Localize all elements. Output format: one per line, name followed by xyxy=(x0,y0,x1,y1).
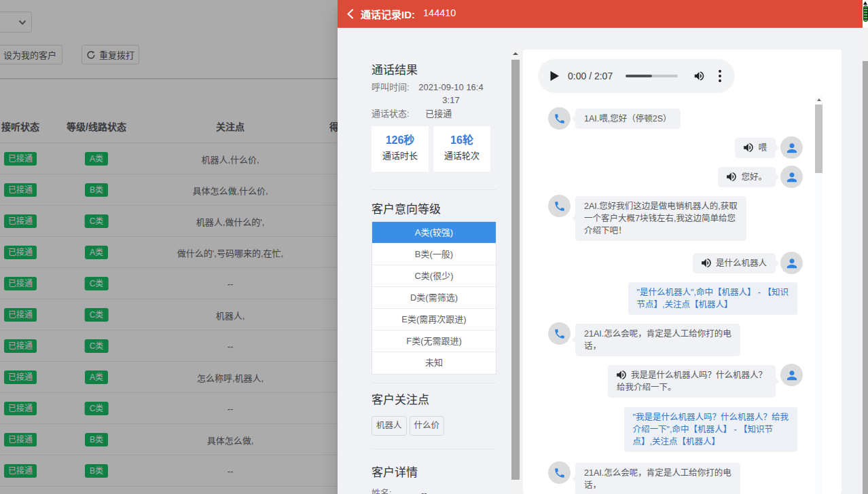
play-icon[interactable] xyxy=(549,71,560,81)
call-status-value: 已接通 xyxy=(425,109,452,119)
name-value: -- xyxy=(421,487,427,494)
message-list: 1AI.喂,您好（停顿2S） 喂 您好。 2AI.您好我们这边是做电销机器人的,… xyxy=(537,95,815,494)
section-title-intent-grade: 客户意向等级 xyxy=(372,202,496,218)
message-bubble: 喂 xyxy=(735,138,776,158)
intent-grade-option[interactable]: D类(需筛选) xyxy=(372,287,496,309)
call-result-panel: 通话结果 呼叫时间: 2021-09-10 16:43:17 通话状态: 已接通… xyxy=(372,48,496,494)
hit-info-message: "是什么机器人",命中【机器人】 - 【知识节点】,关注点【机器人】 xyxy=(548,282,803,315)
focus-tag: 机器人 xyxy=(372,416,407,436)
user-message: 您好。 xyxy=(548,167,803,187)
scrollbar-thumb[interactable] xyxy=(511,60,520,480)
stat-cards: 126秒 通话时长 16轮 通话轮次 xyxy=(372,126,496,172)
message-text: 我是是什么机器人吗？什么机器人？给我介绍一下。 xyxy=(617,370,767,392)
message-list-scrollbar[interactable] xyxy=(815,95,822,494)
volume-icon[interactable] xyxy=(693,70,706,82)
scrollbar-thumb[interactable] xyxy=(815,104,822,173)
ai-message: 21AI.怎么会呢，肯定是人工给你打的电话， xyxy=(548,463,803,494)
drawer-body: 通话结果 呼叫时间: 2021-09-10 16:43:17 通话状态: 已接通… xyxy=(338,28,863,494)
drawer-header: 通话记录ID: 144410 xyxy=(338,0,863,28)
section-title-call-result: 通话结果 xyxy=(372,62,496,79)
user-message: 我是是什么机器人吗？什么机器人？给我介绍一下。 xyxy=(548,365,803,398)
customer-name-row: 姓名: -- xyxy=(372,487,496,494)
stat-card-duration: 126秒 通话时长 xyxy=(372,126,429,172)
person-icon xyxy=(785,368,799,382)
user-avatar xyxy=(780,166,803,188)
ai-avatar xyxy=(548,195,571,217)
focus-tag: 什么价 xyxy=(410,416,445,436)
focus-tags: 机器人什么价 xyxy=(372,416,496,436)
ai-message: 2AI.您好我们这边是做电销机器人的,获取一个客户大概7块钱左右,我这边简单给您… xyxy=(548,196,803,241)
message-text: 您好。 xyxy=(741,172,767,182)
divider xyxy=(372,449,496,449)
ai-avatar xyxy=(548,461,571,484)
call-status-label: 通话状态: xyxy=(372,109,410,119)
intent-grade-option[interactable]: C类(很少) xyxy=(372,265,496,287)
hit-info-text: "我是是什么机器人吗？什么机器人？给我介绍一下",命中【机器人】 - 【知识节点… xyxy=(624,407,797,452)
intent-grade-option[interactable]: F类(无需跟进) xyxy=(372,330,496,352)
ai-avatar xyxy=(548,322,571,345)
scroll-up-arrow-icon[interactable] xyxy=(815,95,822,104)
record-id: 144410 xyxy=(423,7,456,18)
user-avatar xyxy=(780,364,803,386)
speaker-icon[interactable] xyxy=(744,143,754,152)
scroll-up-arrow-icon[interactable] xyxy=(863,1,868,5)
message-text: 是什么机器人 xyxy=(716,259,767,268)
player-time: 0:00 / 2:07 xyxy=(568,59,613,93)
drawer-title: 通话记录ID: xyxy=(361,7,415,21)
duration-label: 通话时长 xyxy=(372,149,429,162)
user-avatar xyxy=(780,136,803,159)
page-scrollbar-thumb[interactable] xyxy=(863,5,868,22)
section-title-focus-points: 客户关注点 xyxy=(372,392,496,408)
message-bubble: 2AI.您好我们这边是做电销机器人的,获取一个客户大概7块钱左右,我这边简单给您… xyxy=(575,196,746,241)
conversation-panel: 0:00 / 2:07 1AI.喂,您好（停顿2S） 喂 您好。 2AI.您好我… xyxy=(523,50,842,494)
audio-player: 0:00 / 2:07 xyxy=(538,59,735,93)
call-time-value: 2021-09-10 16:43:17 xyxy=(414,81,488,107)
intent-grade-option[interactable]: A类(较强) xyxy=(372,222,496,244)
hit-info-message: "我是是什么机器人吗？什么机器人？给我介绍一下",命中【机器人】 - 【知识节点… xyxy=(548,407,803,452)
phone-icon xyxy=(554,200,566,212)
page-scrollbar[interactable] xyxy=(863,0,868,494)
back-icon[interactable] xyxy=(346,9,355,19)
message-text: 喂 xyxy=(758,143,767,153)
player-menu-icon[interactable] xyxy=(713,69,727,83)
divider xyxy=(372,383,496,383)
person-icon xyxy=(785,170,799,184)
scroll-up-arrow-icon[interactable] xyxy=(511,48,520,59)
ai-avatar xyxy=(548,107,571,130)
intent-grade-option[interactable]: 未知 xyxy=(372,352,496,374)
intent-grade-option[interactable]: E类(需再次跟进) xyxy=(372,309,496,330)
rounds-value: 16轮 xyxy=(433,133,490,148)
intent-grade-list: A类(较强)B类(一般)C类(很少)D类(需筛选)E类(需再次跟进)F类(无需跟… xyxy=(372,221,496,375)
speaker-icon[interactable] xyxy=(727,172,737,181)
user-message: 喂 xyxy=(548,138,803,158)
duration-value: 126秒 xyxy=(372,133,429,148)
call-record-drawer: 通话记录ID: 144410 通话结果 呼叫时间: 2021-09-10 16:… xyxy=(338,0,863,494)
user-avatar xyxy=(780,252,803,274)
message-bubble: 您好。 xyxy=(718,167,776,187)
hit-info-text: "是什么机器人",命中【机器人】 - 【知识节点】,关注点【机器人】 xyxy=(628,282,797,315)
player-timeline[interactable] xyxy=(626,75,678,77)
speaker-icon[interactable] xyxy=(702,259,712,267)
message-bubble: 1AI.喂,您好（停顿2S） xyxy=(575,109,681,129)
message-bubble: 是什么机器人 xyxy=(693,253,776,273)
rounds-label: 通话轮次 xyxy=(433,149,490,162)
stat-card-rounds: 16轮 通话轮次 xyxy=(433,126,490,172)
message-bubble: 21AI.怎么会呢，肯定是人工给你打的电话， xyxy=(575,324,740,356)
call-record-page: { "page": { "toolbar": { "set_customer_l… xyxy=(0,0,868,494)
divider xyxy=(372,189,496,190)
call-time-row: 呼叫时间: 2021-09-10 16:43:17 xyxy=(372,81,496,94)
person-icon xyxy=(785,141,799,155)
phone-icon xyxy=(554,328,566,340)
left-panel-scrollbar[interactable] xyxy=(511,48,520,494)
intent-grade-option[interactable]: B类(一般) xyxy=(372,244,496,265)
ai-message: 21AI.怎么会呢，肯定是人工给你打的电话， xyxy=(548,324,803,356)
player-buffered-bar xyxy=(626,75,652,77)
call-status-row: 通话状态: 已接通 xyxy=(372,107,496,120)
name-label: 姓名: xyxy=(372,488,392,494)
message-bubble: 我是是什么机器人吗？什么机器人？给我介绍一下。 xyxy=(608,365,776,398)
person-icon xyxy=(785,256,799,270)
phone-icon xyxy=(554,467,566,479)
speaker-icon[interactable] xyxy=(617,370,627,379)
ai-message: 1AI.喂,您好（停顿2S） xyxy=(548,109,803,129)
section-title-customer-detail: 客户详情 xyxy=(372,465,496,481)
